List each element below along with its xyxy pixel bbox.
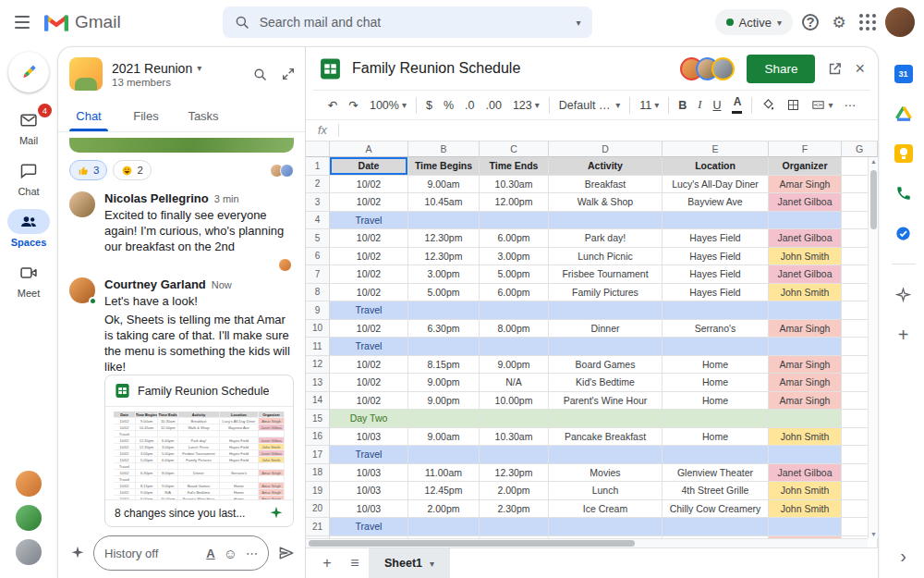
sheet-cell[interactable]: 9.00pm	[408, 374, 480, 392]
search-input[interactable]: Search mail and chat	[260, 15, 567, 30]
tab-chat[interactable]: Chat	[60, 101, 117, 131]
all-sheets-icon[interactable]: ≡	[341, 555, 369, 572]
shared-photo[interactable]	[69, 138, 294, 153]
emoji-icon[interactable]: ☺	[224, 546, 237, 561]
sheet-tab-sheet1[interactable]: Sheet1 ▾	[369, 548, 450, 578]
chat-message-list[interactable]: 3 2	[58, 132, 305, 528]
sheet-cell[interactable]	[663, 446, 769, 464]
sheet-cell[interactable]: Chilly Cow Creamery	[663, 500, 769, 519]
addon-icon[interactable]	[894, 286, 913, 304]
sheet-cell[interactable]: Hayes Field	[663, 229, 769, 248]
format-text-icon[interactable]: A	[206, 547, 214, 560]
sheet-cell[interactable]: Janet Gilboa	[769, 229, 842, 248]
sheet-cell[interactable]: John Smith	[769, 248, 842, 266]
sheet-cell[interactable]: 10/02	[330, 356, 408, 375]
sheet-cell[interactable]: 6.00pm	[480, 229, 549, 248]
sheet-cell[interactable]: Parent's Wine Hour	[549, 392, 663, 411]
sheet-cell[interactable]	[480, 446, 549, 464]
merge-cells-button[interactable]: ▾	[806, 96, 838, 114]
document-title[interactable]: Family Reunion Schedule	[352, 60, 520, 77]
sheet-cell[interactable]: Hayes Field	[663, 265, 769, 284]
row-number[interactable]: 17	[306, 446, 330, 464]
sheet-cell[interactable]: Movies	[549, 464, 663, 483]
tab-tasks[interactable]: Tasks	[175, 101, 232, 131]
sheet-cell[interactable]: Janet Gilboa	[769, 193, 842, 212]
vertical-scroll-thumb[interactable]	[870, 170, 877, 229]
row-number[interactable]: 2	[306, 176, 330, 194]
sheet-cell[interactable]	[769, 518, 842, 536]
sheet-cell[interactable]: Amar Singh	[769, 392, 842, 411]
fill-color-button[interactable]	[756, 96, 781, 114]
sheet-cell[interactable]	[480, 518, 549, 536]
row-number[interactable]: 3	[306, 193, 330, 212]
collaborator-avatar[interactable]	[711, 57, 735, 80]
sheet-cell[interactable]: Ice Cream	[549, 500, 663, 519]
reaction-laughing[interactable]: 2	[113, 160, 151, 180]
sheet-cell[interactable]	[480, 410, 549, 428]
horizontal-scrollbar[interactable]	[306, 538, 868, 547]
row-number[interactable]: 10	[306, 320, 330, 338]
increase-decimal-button[interactable]: .00	[480, 97, 507, 114]
row-number[interactable]: 18	[306, 464, 330, 483]
contact-avatar[interactable]	[16, 505, 42, 531]
sheet-cell[interactable]: Dinner	[549, 320, 663, 338]
sheet-cell[interactable]: Travel	[330, 446, 408, 464]
text-color-button[interactable]: A	[726, 94, 748, 116]
italic-button[interactable]: I	[692, 96, 707, 114]
sheet-cell[interactable]: Board Games	[549, 356, 663, 375]
sheet-cell[interactable]: Janet Gilboa	[769, 265, 842, 284]
sheet-cell[interactable]: 12.30pm	[480, 464, 549, 483]
sheet-cell[interactable]	[408, 338, 480, 356]
sheet-cell[interactable]: 2.30pm	[480, 500, 549, 519]
column-header-c[interactable]: C	[480, 141, 549, 157]
column-header-a[interactable]: A	[330, 141, 408, 157]
borders-button[interactable]	[781, 96, 806, 114]
sheet-cell[interactable]	[549, 212, 663, 230]
sheet-cell[interactable]: 10/03	[330, 482, 408, 500]
sheet-cell[interactable]: Hayes Field	[663, 248, 769, 266]
sheet-cell[interactable]: John Smith	[769, 428, 842, 447]
sheet-cell[interactable]: Travel	[330, 338, 408, 356]
contact-avatar[interactable]	[16, 471, 42, 497]
sheet-cell[interactable]	[663, 518, 769, 536]
sheet-cell[interactable]: 5.00pm	[408, 284, 480, 302]
sheet-cell[interactable]: John Smith	[769, 284, 842, 302]
space-title[interactable]: 2021 Reunion	[112, 61, 192, 76]
sheet-cell[interactable]	[480, 301, 549, 320]
contact-avatar[interactable]	[16, 539, 42, 565]
sheet-cell[interactable]: Glenview Theater	[663, 464, 769, 483]
add-sheet-icon[interactable]: +	[313, 555, 341, 572]
avatar[interactable]	[69, 191, 95, 217]
row-number[interactable]: 11	[306, 338, 330, 356]
search-bar[interactable]: Search mail and chat ▾	[223, 6, 592, 38]
underline-button[interactable]: U	[707, 97, 726, 114]
sheet-cell[interactable]: 8.00pm	[480, 320, 549, 338]
sheet-cell[interactable]: 9.00am	[408, 176, 480, 194]
row-number[interactable]: 15	[306, 410, 330, 428]
sheet-cell[interactable]	[769, 338, 842, 356]
avatar[interactable]	[69, 277, 95, 303]
sheet-cell[interactable]: 2.00pm	[480, 482, 549, 500]
sheet-cell[interactable]: Activity	[549, 157, 663, 176]
sheet-cell[interactable]: 10.45am	[408, 193, 480, 212]
sheet-cell[interactable]: Family Pictures	[549, 284, 663, 302]
send-icon[interactable]	[277, 544, 296, 562]
share-button[interactable]: Share	[747, 55, 815, 83]
sheet-cell[interactable]: N/A	[480, 374, 549, 392]
sheet-cell[interactable]: Time Ends	[480, 157, 549, 176]
help-icon[interactable]: ?	[802, 14, 819, 31]
compose-button[interactable]	[8, 52, 49, 92]
select-all-corner[interactable]	[306, 141, 330, 157]
status-chip[interactable]: Active ▾	[715, 9, 793, 35]
sheet-cell[interactable]: 8.15pm	[408, 356, 480, 375]
sheet-cell[interactable]: 10.00pm	[480, 392, 549, 411]
sheet-cell[interactable]: Hayes Field	[663, 284, 769, 302]
currency-format-button[interactable]: $	[420, 97, 438, 114]
more-options-icon[interactable]: ⋯	[246, 547, 258, 560]
row-number[interactable]: 4	[306, 212, 330, 230]
sheet-cell[interactable]: Travel	[330, 212, 408, 230]
sheet-cell[interactable]	[663, 338, 769, 356]
vertical-scrollbar[interactable]: ▲ ▼	[868, 157, 878, 538]
space-avatar[interactable]	[69, 57, 103, 91]
magic-compose-icon[interactable]	[70, 546, 85, 560]
